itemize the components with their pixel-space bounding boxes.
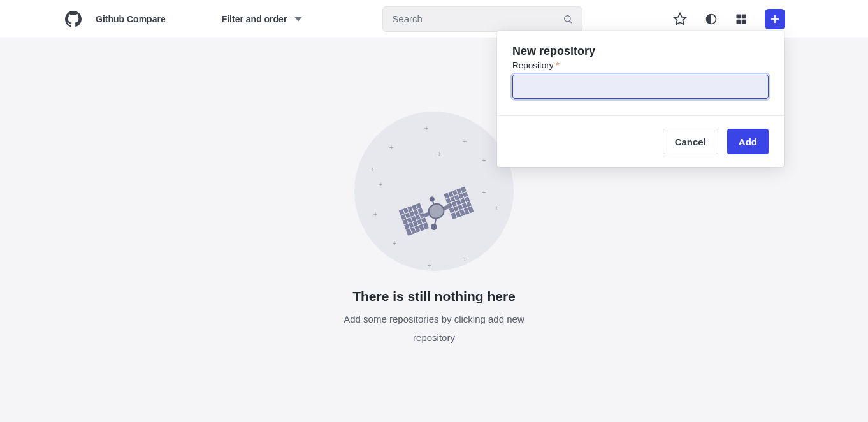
svg-point-30 xyxy=(429,196,435,202)
search-icon xyxy=(563,14,573,24)
svg-rect-5 xyxy=(737,19,741,24)
svg-rect-3 xyxy=(737,14,741,18)
repository-field-label: Repository * xyxy=(512,61,769,70)
svg-point-0 xyxy=(565,15,570,21)
required-mark: * xyxy=(556,61,559,70)
filter-label: Filter and order xyxy=(222,14,287,24)
github-logo-icon[interactable] xyxy=(65,11,82,27)
svg-rect-9 xyxy=(399,203,429,235)
brand-title: Github Compare xyxy=(96,14,166,24)
svg-point-32 xyxy=(430,223,438,231)
repository-input[interactable] xyxy=(512,75,769,99)
empty-state-subtitle: Add some repositories by clicking add ne… xyxy=(326,310,542,347)
search-wrap xyxy=(382,6,582,32)
modal-title: New repository xyxy=(512,45,769,58)
search-input[interactable] xyxy=(392,13,563,24)
svg-rect-18 xyxy=(444,187,474,219)
new-repository-modal: New repository Repository * Cancel Add xyxy=(497,31,784,167)
satellite-icon xyxy=(399,182,475,245)
svg-rect-29 xyxy=(427,202,446,221)
modal-footer: Cancel Add xyxy=(497,115,784,167)
svg-line-1 xyxy=(570,21,572,23)
half-circle-icon[interactable] xyxy=(705,13,718,25)
star-icon[interactable] xyxy=(673,12,687,26)
empty-state-illustration: + + + + + + + + + + + + + xyxy=(354,112,514,271)
add-button[interactable] xyxy=(765,9,785,29)
header-actions xyxy=(673,9,785,29)
modal-body: New repository Repository * xyxy=(497,31,784,115)
add-repository-button[interactable]: Add xyxy=(727,129,769,154)
filter-and-order-dropdown[interactable]: Filter and order xyxy=(222,14,303,24)
caret-down-icon xyxy=(294,15,302,23)
cancel-button[interactable]: Cancel xyxy=(663,129,718,154)
grid-icon[interactable] xyxy=(735,13,747,25)
svg-rect-6 xyxy=(742,19,746,24)
search-box[interactable] xyxy=(382,6,582,32)
svg-marker-2 xyxy=(674,13,686,24)
empty-state-title: There is still nothing here xyxy=(352,289,516,304)
svg-rect-4 xyxy=(742,14,746,18)
brand: Github Compare xyxy=(65,11,166,27)
